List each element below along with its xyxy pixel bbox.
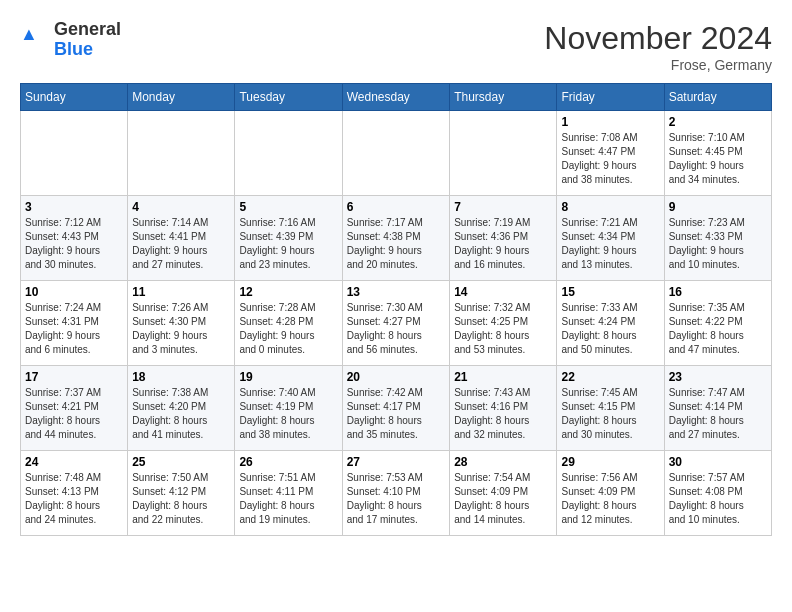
month-title: November 2024	[544, 20, 772, 57]
day-info: Sunrise: 7:16 AM Sunset: 4:39 PM Dayligh…	[239, 216, 337, 272]
day-info: Sunrise: 7:17 AM Sunset: 4:38 PM Dayligh…	[347, 216, 446, 272]
logo-blue-text: Blue	[54, 39, 93, 59]
day-info: Sunrise: 7:53 AM Sunset: 4:10 PM Dayligh…	[347, 471, 446, 527]
day-info: Sunrise: 7:30 AM Sunset: 4:27 PM Dayligh…	[347, 301, 446, 357]
calendar-week-4: 24Sunrise: 7:48 AM Sunset: 4:13 PM Dayli…	[21, 451, 772, 536]
day-header-thursday: Thursday	[450, 84, 557, 111]
calendar-cell: 5Sunrise: 7:16 AM Sunset: 4:39 PM Daylig…	[235, 196, 342, 281]
calendar-cell: 8Sunrise: 7:21 AM Sunset: 4:34 PM Daylig…	[557, 196, 664, 281]
day-header-saturday: Saturday	[664, 84, 771, 111]
day-info: Sunrise: 7:54 AM Sunset: 4:09 PM Dayligh…	[454, 471, 552, 527]
day-number: 3	[25, 200, 123, 214]
day-info: Sunrise: 7:14 AM Sunset: 4:41 PM Dayligh…	[132, 216, 230, 272]
calendar-cell: 13Sunrise: 7:30 AM Sunset: 4:27 PM Dayli…	[342, 281, 450, 366]
calendar-cell	[450, 111, 557, 196]
calendar-cell: 9Sunrise: 7:23 AM Sunset: 4:33 PM Daylig…	[664, 196, 771, 281]
calendar-week-2: 10Sunrise: 7:24 AM Sunset: 4:31 PM Dayli…	[21, 281, 772, 366]
calendar-cell: 14Sunrise: 7:32 AM Sunset: 4:25 PM Dayli…	[450, 281, 557, 366]
calendar-cell	[128, 111, 235, 196]
day-info: Sunrise: 7:28 AM Sunset: 4:28 PM Dayligh…	[239, 301, 337, 357]
calendar-cell: 7Sunrise: 7:19 AM Sunset: 4:36 PM Daylig…	[450, 196, 557, 281]
calendar-cell: 23Sunrise: 7:47 AM Sunset: 4:14 PM Dayli…	[664, 366, 771, 451]
day-info: Sunrise: 7:37 AM Sunset: 4:21 PM Dayligh…	[25, 386, 123, 442]
logo-icon: ▲	[20, 25, 50, 55]
day-info: Sunrise: 7:40 AM Sunset: 4:19 PM Dayligh…	[239, 386, 337, 442]
day-info: Sunrise: 7:21 AM Sunset: 4:34 PM Dayligh…	[561, 216, 659, 272]
day-number: 27	[347, 455, 446, 469]
calendar-cell: 25Sunrise: 7:50 AM Sunset: 4:12 PM Dayli…	[128, 451, 235, 536]
calendar-cell: 27Sunrise: 7:53 AM Sunset: 4:10 PM Dayli…	[342, 451, 450, 536]
day-info: Sunrise: 7:45 AM Sunset: 4:15 PM Dayligh…	[561, 386, 659, 442]
day-info: Sunrise: 7:47 AM Sunset: 4:14 PM Dayligh…	[669, 386, 767, 442]
day-number: 4	[132, 200, 230, 214]
calendar-week-3: 17Sunrise: 7:37 AM Sunset: 4:21 PM Dayli…	[21, 366, 772, 451]
day-number: 2	[669, 115, 767, 129]
calendar-cell: 19Sunrise: 7:40 AM Sunset: 4:19 PM Dayli…	[235, 366, 342, 451]
calendar-cell: 24Sunrise: 7:48 AM Sunset: 4:13 PM Dayli…	[21, 451, 128, 536]
day-number: 10	[25, 285, 123, 299]
day-number: 13	[347, 285, 446, 299]
day-number: 11	[132, 285, 230, 299]
logo: ▲ General Blue	[20, 20, 121, 60]
calendar-table: SundayMondayTuesdayWednesdayThursdayFrid…	[20, 83, 772, 536]
day-number: 18	[132, 370, 230, 384]
day-info: Sunrise: 7:56 AM Sunset: 4:09 PM Dayligh…	[561, 471, 659, 527]
calendar-cell	[21, 111, 128, 196]
day-number: 12	[239, 285, 337, 299]
calendar-cell: 10Sunrise: 7:24 AM Sunset: 4:31 PM Dayli…	[21, 281, 128, 366]
day-number: 24	[25, 455, 123, 469]
day-number: 17	[25, 370, 123, 384]
day-info: Sunrise: 7:38 AM Sunset: 4:20 PM Dayligh…	[132, 386, 230, 442]
day-header-tuesday: Tuesday	[235, 84, 342, 111]
day-number: 7	[454, 200, 552, 214]
calendar-cell: 6Sunrise: 7:17 AM Sunset: 4:38 PM Daylig…	[342, 196, 450, 281]
day-number: 5	[239, 200, 337, 214]
logo-text: General Blue	[54, 20, 121, 60]
calendar-week-0: 1Sunrise: 7:08 AM Sunset: 4:47 PM Daylig…	[21, 111, 772, 196]
calendar-cell: 28Sunrise: 7:54 AM Sunset: 4:09 PM Dayli…	[450, 451, 557, 536]
day-info: Sunrise: 7:23 AM Sunset: 4:33 PM Dayligh…	[669, 216, 767, 272]
svg-text:▲: ▲	[20, 25, 38, 44]
calendar-cell: 21Sunrise: 7:43 AM Sunset: 4:16 PM Dayli…	[450, 366, 557, 451]
day-info: Sunrise: 7:24 AM Sunset: 4:31 PM Dayligh…	[25, 301, 123, 357]
day-info: Sunrise: 7:48 AM Sunset: 4:13 PM Dayligh…	[25, 471, 123, 527]
day-info: Sunrise: 7:12 AM Sunset: 4:43 PM Dayligh…	[25, 216, 123, 272]
calendar-cell: 4Sunrise: 7:14 AM Sunset: 4:41 PM Daylig…	[128, 196, 235, 281]
calendar-cell	[235, 111, 342, 196]
day-info: Sunrise: 7:57 AM Sunset: 4:08 PM Dayligh…	[669, 471, 767, 527]
calendar-cell: 18Sunrise: 7:38 AM Sunset: 4:20 PM Dayli…	[128, 366, 235, 451]
calendar-cell: 1Sunrise: 7:08 AM Sunset: 4:47 PM Daylig…	[557, 111, 664, 196]
day-number: 15	[561, 285, 659, 299]
day-info: Sunrise: 7:35 AM Sunset: 4:22 PM Dayligh…	[669, 301, 767, 357]
day-number: 23	[669, 370, 767, 384]
calendar-header-row: SundayMondayTuesdayWednesdayThursdayFrid…	[21, 84, 772, 111]
page-header: ▲ General Blue November 2024 Frose, Germ…	[20, 20, 772, 73]
calendar-cell: 17Sunrise: 7:37 AM Sunset: 4:21 PM Dayli…	[21, 366, 128, 451]
day-number: 16	[669, 285, 767, 299]
day-number: 21	[454, 370, 552, 384]
calendar-cell: 26Sunrise: 7:51 AM Sunset: 4:11 PM Dayli…	[235, 451, 342, 536]
title-section: November 2024 Frose, Germany	[544, 20, 772, 73]
day-number: 19	[239, 370, 337, 384]
calendar-cell: 22Sunrise: 7:45 AM Sunset: 4:15 PM Dayli…	[557, 366, 664, 451]
day-info: Sunrise: 7:33 AM Sunset: 4:24 PM Dayligh…	[561, 301, 659, 357]
day-info: Sunrise: 7:32 AM Sunset: 4:25 PM Dayligh…	[454, 301, 552, 357]
day-info: Sunrise: 7:51 AM Sunset: 4:11 PM Dayligh…	[239, 471, 337, 527]
day-number: 26	[239, 455, 337, 469]
calendar-cell: 15Sunrise: 7:33 AM Sunset: 4:24 PM Dayli…	[557, 281, 664, 366]
day-number: 20	[347, 370, 446, 384]
calendar-cell: 29Sunrise: 7:56 AM Sunset: 4:09 PM Dayli…	[557, 451, 664, 536]
calendar-cell: 2Sunrise: 7:10 AM Sunset: 4:45 PM Daylig…	[664, 111, 771, 196]
day-number: 22	[561, 370, 659, 384]
day-info: Sunrise: 7:43 AM Sunset: 4:16 PM Dayligh…	[454, 386, 552, 442]
calendar-cell: 20Sunrise: 7:42 AM Sunset: 4:17 PM Dayli…	[342, 366, 450, 451]
day-number: 6	[347, 200, 446, 214]
day-number: 1	[561, 115, 659, 129]
day-header-wednesday: Wednesday	[342, 84, 450, 111]
calendar-cell: 12Sunrise: 7:28 AM Sunset: 4:28 PM Dayli…	[235, 281, 342, 366]
day-number: 9	[669, 200, 767, 214]
day-info: Sunrise: 7:19 AM Sunset: 4:36 PM Dayligh…	[454, 216, 552, 272]
day-info: Sunrise: 7:42 AM Sunset: 4:17 PM Dayligh…	[347, 386, 446, 442]
calendar-cell: 16Sunrise: 7:35 AM Sunset: 4:22 PM Dayli…	[664, 281, 771, 366]
calendar-cell: 3Sunrise: 7:12 AM Sunset: 4:43 PM Daylig…	[21, 196, 128, 281]
